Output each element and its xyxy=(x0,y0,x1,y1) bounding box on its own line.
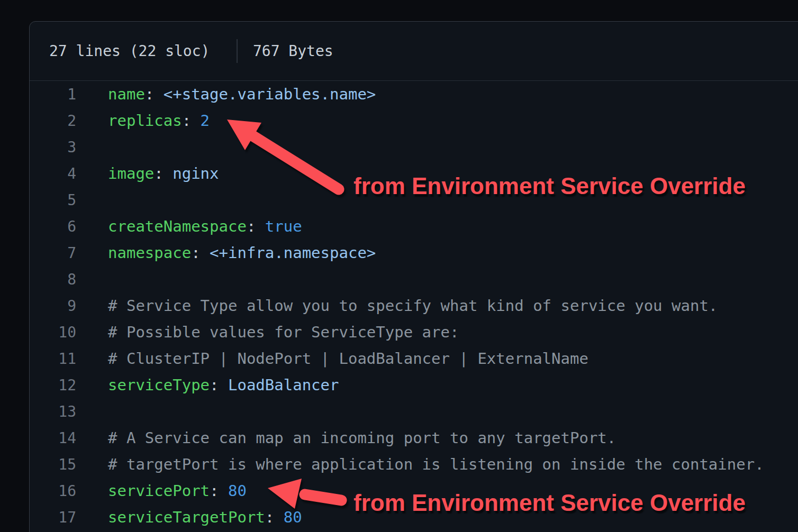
code-text: servicePort: 80 xyxy=(108,482,247,500)
code-text: # A Service can map an incoming port to … xyxy=(108,429,616,447)
line-number[interactable]: 6 xyxy=(30,218,76,235)
code-line: 12serviceType: LoadBalancer xyxy=(30,372,798,398)
line-number[interactable]: 3 xyxy=(30,139,76,156)
code-text: serviceType: LoadBalancer xyxy=(108,376,339,394)
line-number[interactable]: 13 xyxy=(30,403,76,420)
code-line: 14# A Service can map an incoming port t… xyxy=(30,425,798,451)
code-line: 8 xyxy=(30,266,798,292)
code-line: 9# Service Type allow you to specify wha… xyxy=(30,292,798,319)
code-text: # targetPort is where application is lis… xyxy=(108,455,764,473)
code-text: createNamespace: true xyxy=(108,217,302,235)
line-number[interactable]: 5 xyxy=(30,191,76,209)
line-number[interactable]: 4 xyxy=(30,165,76,182)
code-text: # ClusterIP | NodePort | LoadBalancer | … xyxy=(108,350,588,368)
code-text: namespace: <+infra.namespace> xyxy=(108,244,376,262)
code-line: 7namespace: <+infra.namespace> xyxy=(30,240,798,266)
code-line: 1name: <+stage.variables.name> xyxy=(30,81,798,107)
code-text: image: nginx xyxy=(108,164,219,182)
code-text: name: <+stage.variables.name> xyxy=(108,85,376,103)
line-number[interactable]: 14 xyxy=(30,429,76,447)
line-number[interactable]: 11 xyxy=(30,350,76,368)
line-number[interactable]: 12 xyxy=(30,377,76,394)
file-size-info: 767 Bytes xyxy=(253,42,333,60)
code-text: serviceTargetPort: 80 xyxy=(108,508,302,526)
code-line: 13 xyxy=(30,398,798,425)
line-number[interactable]: 10 xyxy=(30,324,76,341)
code-line: 3 xyxy=(30,134,798,160)
code-line: 15# targetPort is where application is l… xyxy=(30,451,798,478)
line-number[interactable]: 15 xyxy=(30,456,76,473)
code-line: 2replicas: 2 xyxy=(30,107,798,134)
line-number[interactable]: 7 xyxy=(30,244,76,262)
code-text: # Service Type allow you to specify what… xyxy=(108,297,718,315)
code-line: 6createNamespace: true xyxy=(30,213,798,240)
annotation-text-upper: from Environment Service Override xyxy=(353,175,746,198)
file-header: 27 lines (22 sloc) 767 Bytes xyxy=(30,22,798,81)
annotation-text-lower: from Environment Service Override xyxy=(353,491,746,515)
code-view: 1name: <+stage.variables.name>2replicas:… xyxy=(30,81,798,530)
line-number[interactable]: 2 xyxy=(30,112,76,130)
line-number[interactable]: 17 xyxy=(30,509,76,526)
code-line: 11# ClusterIP | NodePort | LoadBalancer … xyxy=(30,345,798,372)
code-line: 10# Possible values for ServiceType are: xyxy=(30,319,798,345)
header-divider xyxy=(237,39,238,63)
line-number[interactable]: 16 xyxy=(30,482,76,500)
line-number[interactable]: 8 xyxy=(30,271,76,288)
code-text: replicas: 2 xyxy=(108,112,210,130)
code-text: # Possible values for ServiceType are: xyxy=(108,323,459,341)
file-lines-info: 27 lines (22 sloc) xyxy=(49,42,210,60)
line-number[interactable]: 9 xyxy=(30,297,76,315)
line-number[interactable]: 1 xyxy=(30,86,76,103)
file-viewer-panel: 27 lines (22 sloc) 767 Bytes 1name: <+st… xyxy=(29,21,798,532)
